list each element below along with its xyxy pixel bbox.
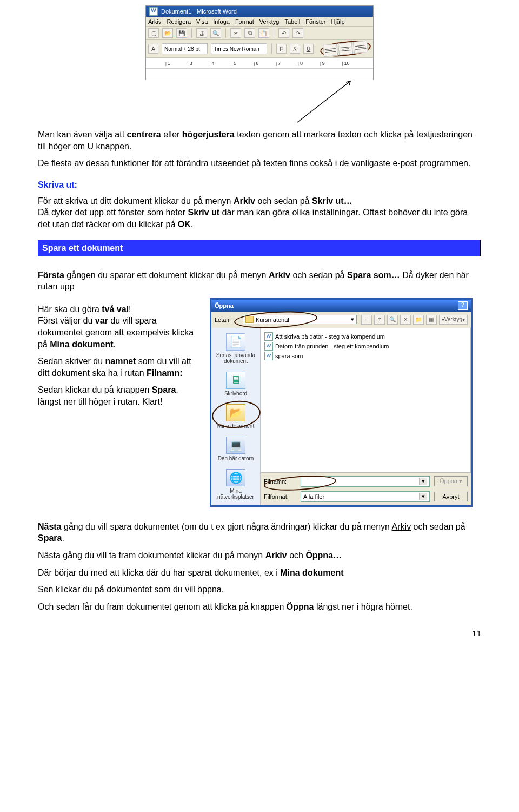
file-item[interactable]: WAtt skriva på dator - steg två kompendi… [264, 332, 467, 341]
ruler-tick: 10 [342, 61, 350, 66]
views-icon[interactable]: ▦ [426, 315, 437, 325]
places-desktop[interactable]: 🖥 Skrivbord [213, 369, 258, 402]
font-field[interactable]: Times New Roman [211, 43, 267, 54]
undo-icon[interactable]: ↶ [278, 28, 289, 38]
align-center-button[interactable] [338, 42, 353, 56]
annotation-arrow [292, 80, 400, 123]
desktop-icon: 🖥 [226, 372, 245, 389]
word-menubar: Arkiv Redigera Visa Infoga Format Verkty… [146, 17, 373, 27]
paragraph-skriva-ut: För att skriva ut ditt dokument klickar … [38, 195, 481, 230]
back-icon[interactable]: ← [361, 315, 372, 325]
ruler-tick: 1 [165, 61, 170, 66]
menu-fonster[interactable]: Fönster [305, 18, 325, 25]
cancel-button[interactable]: Avbryt [434, 492, 468, 501]
copy-icon[interactable]: ⧉ [244, 28, 255, 38]
bold-button[interactable]: F [276, 44, 287, 54]
word-doc-icon: W [264, 342, 273, 351]
file-list[interactable]: WAtt skriva på dator - steg två kompendi… [261, 328, 471, 473]
word-app-icon: W [149, 7, 158, 16]
style-handle-icon[interactable]: A [148, 44, 158, 54]
word-window-title: Dokument1 - Microsoft Word [161, 8, 237, 15]
filetype-dropdown[interactable]: Alla filer▾ [301, 491, 430, 502]
word-formatting-toolbar: A Normal + 28 pt Times New Roman F K U [146, 40, 373, 58]
newfolder-icon[interactable]: 📁 [413, 315, 424, 325]
open-dialog: Öppna ? Leta i: Kursmaterial ▾ ← ↥ 🔍 ✕ 📁… [210, 298, 473, 507]
dialog-title-text: Öppna [215, 302, 234, 309]
word-standard-toolbar: ▢ 📂 💾 🖨 🔍 ✂ ⧉ 📋 ↶ ↷ [146, 27, 373, 40]
recent-icon: 📄 [226, 333, 245, 351]
cut-icon[interactable]: ✂ [230, 28, 241, 38]
open-icon[interactable]: 📂 [162, 28, 173, 38]
ruler-tick: 8 [298, 61, 303, 66]
word-doc-icon: W [264, 332, 273, 341]
italic-button[interactable]: K [290, 44, 300, 54]
save-icon[interactable]: 💾 [176, 28, 187, 38]
paragraph-forsta-gangen: Första gången du sparar ett dokument kli… [38, 269, 481, 293]
file-item[interactable]: WDatorn från grunden - steg ett kompendi… [264, 341, 467, 351]
file-item[interactable]: Wspara som [264, 351, 467, 361]
word-ruler: 1 3 4 5 6 7 8 9 10 [146, 58, 373, 68]
paragraph-centrera: Man kan även välja att centrera eller hö… [38, 129, 481, 152]
paragraph-dar-borjar: Där börjar du med att klicka där du har … [38, 567, 481, 579]
menu-tabell[interactable]: Tabell [284, 18, 300, 25]
word-document-canvas [146, 68, 373, 80]
places-recent[interactable]: 📄 Senast använda dokument [213, 331, 258, 369]
places-bar: 📄 Senast använda dokument 🖥 Skrivbord 📂 … [211, 328, 261, 505]
computer-icon: 💻 [226, 437, 245, 454]
menu-verktyg[interactable]: Verktyg [260, 18, 280, 25]
style-field[interactable]: Normal + 28 pt [162, 43, 208, 54]
section-bar-spara: Spara ett dokument [38, 240, 481, 256]
paragraph-epost: De flesta av dessa funktioner för att fö… [38, 157, 481, 169]
delete-icon[interactable]: ✕ [400, 315, 411, 325]
align-right-button[interactable] [353, 41, 368, 54]
paragraph-nasta-oppna: Nästa gång du vill ta fram dokumentet kl… [38, 550, 481, 562]
tools-dropdown[interactable]: ▾ Verktyg ▾ [439, 315, 468, 325]
search-icon[interactable]: 🔍 [387, 315, 398, 325]
help-button[interactable]: ? [458, 301, 468, 310]
paste-icon[interactable]: 📋 [258, 28, 269, 38]
svg-line-0 [297, 81, 350, 122]
redo-icon[interactable]: ↷ [292, 28, 303, 38]
preview-icon[interactable]: 🔍 [210, 28, 221, 38]
align-left-button[interactable] [323, 44, 338, 57]
paragraph-sen-klickar: Sen klickar du på dokumentet som du vill… [38, 584, 481, 596]
underline-button[interactable]: U [303, 44, 314, 54]
network-icon: 🌐 [226, 469, 245, 486]
instruction-column: Här ska du göra två val! Först väljer du… [38, 298, 200, 413]
paragraph-och-sedan: Och sedan får du fram dokumentet genom a… [38, 601, 481, 613]
ruler-tick: 3 [188, 61, 192, 66]
menu-infoga[interactable]: Infoga [213, 18, 230, 25]
word-doc-icon: W [264, 352, 273, 360]
places-computer[interactable]: 💻 Den här datorn [213, 434, 258, 467]
menu-format[interactable]: Format [235, 18, 254, 25]
up-icon[interactable]: ↥ [374, 315, 385, 325]
new-doc-icon[interactable]: ▢ [148, 28, 159, 38]
word-toolbar-figure: W Dokument1 - Microsoft Word Arkiv Redig… [145, 5, 374, 80]
menu-arkiv[interactable]: Arkiv [148, 18, 161, 25]
heading-skriva-ut: Skriva ut: [38, 180, 481, 190]
places-mydocs[interactable]: 📂 Mina dokument [213, 402, 258, 434]
menu-hjalp[interactable]: Hjälp [331, 18, 344, 25]
page-number: 11 [38, 629, 481, 638]
ruler-tick: 9 [320, 61, 325, 66]
menu-redigera[interactable]: Redigera [167, 18, 191, 25]
ruler-tick: 4 [210, 61, 215, 66]
alignment-annotation-circle [320, 39, 371, 58]
ruler-tick: 6 [254, 61, 258, 66]
menu-visa[interactable]: Visa [196, 18, 208, 25]
places-network[interactable]: 🌐 Mina nätverksplatser [213, 467, 258, 505]
ruler-tick: 7 [276, 61, 281, 66]
ruler-tick: 5 [232, 61, 237, 66]
open-button[interactable]: Öppna ▾ [434, 476, 468, 486]
dialog-titlebar: Öppna ? [211, 300, 471, 312]
filetype-label: Filformat: [264, 493, 296, 500]
print-icon[interactable]: 🖨 [196, 28, 207, 38]
paragraph-nasta-spara: Nästa gång du vill spara dokumentet (om … [38, 521, 481, 544]
word-titlebar: W Dokument1 - Microsoft Word [146, 6, 373, 17]
